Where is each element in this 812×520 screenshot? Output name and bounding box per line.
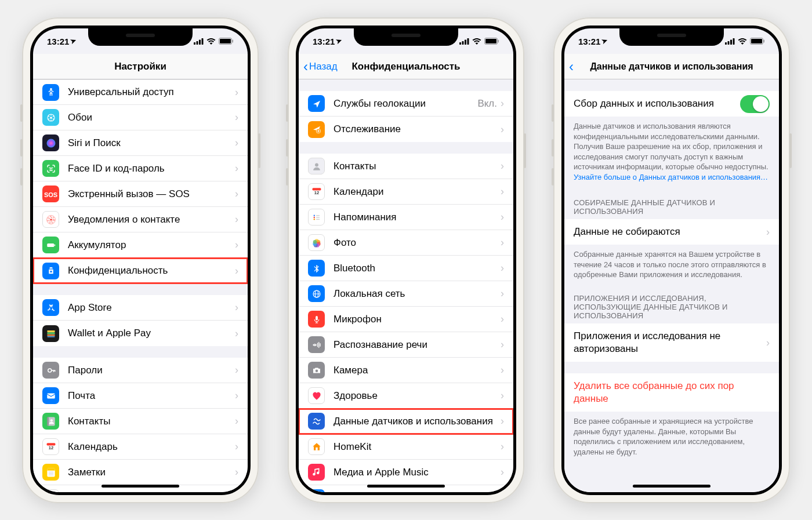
row-label: Данные не собираются <box>574 226 766 238</box>
row-label: Медиа и Apple Music <box>334 467 501 478</box>
settings-group: Контакты›12Календари›Напоминания›Фото›Bl… <box>299 154 513 492</box>
back-button[interactable]: ‹Назад <box>303 60 338 74</box>
wifi-icon <box>206 38 216 45</box>
settings-row-reminders[interactable]: Напоминания› <box>299 205 513 230</box>
settings-row-exposure[interactable]: Уведомления о контакте› <box>33 207 248 232</box>
settings-row-faceid[interactable]: Face ID и код-пароль› <box>33 156 248 181</box>
nav-bar: Настройки <box>33 54 248 79</box>
tracking-icon <box>308 121 325 138</box>
chevron-right-icon: › <box>501 211 504 223</box>
settings-row-contacts2[interactable]: Контакты› <box>299 154 513 179</box>
settings-row-siri[interactable]: Siri и Поиск› <box>33 130 248 156</box>
svg-rect-24 <box>47 243 54 247</box>
settings-row-homekit[interactable]: HomeKit› <box>299 434 513 460</box>
settings-row-calendar[interactable]: 12Календарь› <box>33 434 248 460</box>
svg-rect-52 <box>465 39 466 45</box>
home-indicator[interactable] <box>367 485 445 488</box>
siri-icon <box>42 134 59 151</box>
delete-label: Удалить все собранные до сих пор данные <box>574 380 770 405</box>
svg-rect-85 <box>730 39 732 45</box>
collection-toggle-row[interactable]: Сбор данных и использования <box>564 91 779 117</box>
research-icon <box>308 413 325 430</box>
settings-row-camera[interactable]: Камера› <box>299 358 513 383</box>
section-footer: Данные датчиков и использования являются… <box>564 117 779 184</box>
svg-rect-25 <box>54 244 55 246</box>
settings-row-wallet[interactable]: Wallet и Apple Pay› <box>33 321 248 346</box>
chevron-right-icon: › <box>501 288 504 300</box>
settings-row-ua[interactable]: Универсальный доступ› <box>33 79 248 105</box>
home-indicator[interactable] <box>102 485 179 488</box>
svg-point-13 <box>50 119 52 121</box>
no-apps-row[interactable]: Приложения и исследования не авторизован… <box>564 323 779 362</box>
location-services-icon: ➤ <box>69 37 77 46</box>
settings-row-speech[interactable]: Распознавание речи› <box>299 332 513 358</box>
settings-row-bluetooth[interactable]: Bluetooth› <box>299 256 513 281</box>
svg-point-9 <box>50 117 52 119</box>
settings-row-privacy[interactable]: Конфиденциальность› <box>33 258 248 283</box>
back-button[interactable]: ‹ <box>569 60 575 74</box>
nav-bar: ‹Назад Конфиденциальность <box>299 54 513 79</box>
settings-row-location[interactable]: Службы геолокацииВкл.› <box>299 91 513 117</box>
chevron-right-icon: › <box>501 492 504 492</box>
svg-rect-5 <box>220 39 231 43</box>
settings-row-notes[interactable]: Заметки› <box>33 460 248 485</box>
settings-row-contacts[interactable]: Контакты› <box>33 409 248 434</box>
settings-row-wallpaper[interactable]: Обои› <box>33 105 248 130</box>
row-value: Вкл. <box>477 98 497 110</box>
battery-icon <box>219 38 234 45</box>
settings-group: Данные не собираются › <box>564 219 779 245</box>
settings-row-battery[interactable]: Аккумулятор› <box>33 232 248 258</box>
chevron-right-icon: › <box>501 123 504 136</box>
chevron-right-icon: › <box>235 466 238 478</box>
music-icon <box>308 464 325 481</box>
sos-icon: SOS <box>42 186 59 202</box>
chevron-right-icon: › <box>235 239 238 251</box>
chevron-right-icon: › <box>501 415 504 427</box>
svg-point-21 <box>50 219 52 220</box>
svg-rect-53 <box>467 38 469 45</box>
svg-point-10 <box>50 114 52 115</box>
location-icon <box>308 95 325 112</box>
settings-row-mic[interactable]: Микрофон› <box>299 307 513 332</box>
chevron-right-icon: › <box>501 313 504 325</box>
settings-row-calendar[interactable]: 12Календари› <box>299 179 513 205</box>
svg-rect-39 <box>47 468 55 470</box>
settings-row-passwords[interactable]: Пароли› <box>33 358 248 383</box>
collection-toggle-on[interactable] <box>740 95 770 113</box>
contacts2-icon <box>308 158 325 174</box>
svg-point-12 <box>52 118 53 119</box>
settings-row-photos[interactable]: Фото› <box>299 230 513 256</box>
battery-icon <box>42 237 59 253</box>
sensor-data-view[interactable]: Сбор данных и использования Данные датчи… <box>564 79 779 492</box>
chevron-right-icon: › <box>501 339 504 351</box>
settings-list[interactable]: Универсальный доступ›Обои›Siri и Поиск›F… <box>33 79 248 492</box>
home-indicator[interactable] <box>633 485 710 488</box>
row-label: Здоровье <box>334 390 501 402</box>
settings-row-sos[interactable]: SOSЭкстренный вызов — SOS› <box>33 181 248 207</box>
chevron-right-icon: › <box>235 328 238 340</box>
chevron-right-icon: › <box>235 137 238 149</box>
section-footer: Собранные данные хранятся на Вашем устро… <box>564 245 779 282</box>
settings-row-music[interactable]: Медиа и Apple Music› <box>299 460 513 485</box>
chevron-right-icon: › <box>235 415 238 427</box>
settings-row-tracking[interactable]: Отслеживание› <box>299 117 513 142</box>
row-label: Контакты <box>68 416 235 427</box>
settings-group: Пароли›Почта›Контакты›12Календарь›Заметк… <box>33 358 248 492</box>
settings-row-research[interactable]: Данные датчиков и использования› <box>299 409 513 434</box>
files-icon <box>308 489 325 492</box>
row-label: Камера <box>334 365 501 376</box>
no-data-row[interactable]: Данные не собираются › <box>564 219 779 245</box>
settings-row-mail[interactable]: Почта› <box>33 383 248 409</box>
row-label: Календари <box>334 186 501 198</box>
settings-group: Службы геолокацииВкл.›Отслеживание› <box>299 91 513 142</box>
learn-more-link[interactable]: Узнайте больше о Данных датчиков и испол… <box>574 173 768 181</box>
delete-data-button[interactable]: Удалить все собранные до сих пор данные <box>564 373 779 412</box>
notch <box>354 28 458 46</box>
privacy-list[interactable]: Службы геолокацииВкл.›Отслеживание› Конт… <box>299 79 513 492</box>
svg-rect-26 <box>47 330 55 332</box>
settings-row-localnet[interactable]: Локальная сеть› <box>299 281 513 307</box>
settings-row-appstore[interactable]: App Store› <box>33 295 248 321</box>
svg-rect-56 <box>498 40 499 43</box>
settings-row-health[interactable]: Здоровье› <box>299 383 513 409</box>
faceid-icon <box>42 160 59 177</box>
